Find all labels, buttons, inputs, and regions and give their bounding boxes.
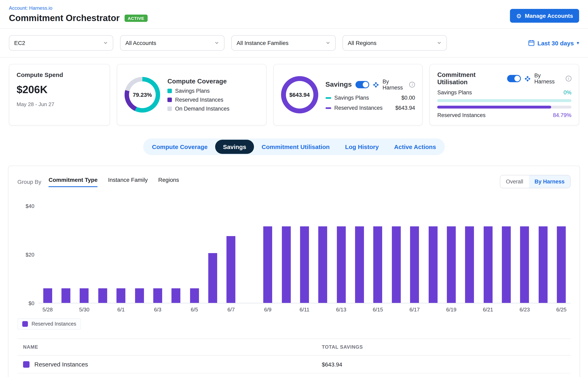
bar-6-9[interactable] [263, 226, 272, 303]
service-filter-select[interactable]: EC2 [9, 35, 113, 51]
chevron-down-icon [103, 40, 108, 45]
accounts-filter-value: All Accounts [125, 40, 156, 46]
group-tab-regions[interactable]: Regions [158, 176, 179, 187]
instance-families-filter-value: All Instance Families [237, 40, 288, 46]
calendar-icon [528, 40, 535, 46]
instance-families-filter-select[interactable]: All Instance Families [231, 35, 336, 51]
chevron-down-icon [326, 40, 330, 45]
x-axis-label [534, 306, 552, 313]
coverage-legend-item: Savings Plans [167, 88, 230, 94]
bar-slot [204, 206, 222, 303]
status-badge: ACTIVE [124, 15, 148, 22]
utilisation-by-harness-toggle[interactable] [507, 75, 521, 82]
x-axis-label: 6/23 [516, 306, 534, 313]
bar-6-22[interactable] [502, 226, 511, 303]
utilisation-label: Savings Plans [437, 90, 472, 95]
section-tabs-row: Compute CoverageSavingsCommitment Utilis… [0, 139, 588, 155]
legend-dash [325, 97, 331, 99]
bar-6-4[interactable] [172, 288, 181, 303]
savings-card: $643.94 Savings By Harness i Savings Pla… [273, 64, 422, 126]
harness-logo-icon [373, 82, 379, 88]
bar-5-30[interactable] [80, 288, 89, 303]
bar-6-13[interactable] [337, 226, 345, 303]
savings-head: Savings By Harness i [325, 79, 415, 91]
group-by-tabs: Commitment TypeInstance FamilyRegions [48, 176, 179, 187]
coverage-donut: 79.23% [124, 77, 160, 113]
utilisation-head: Commitment Utilisation By Harness i [437, 71, 571, 86]
savings-by-harness-toggle[interactable] [355, 81, 369, 88]
bar-6-25[interactable] [557, 226, 566, 303]
bar-6-14[interactable] [355, 226, 364, 303]
date-range-select[interactable]: Last 30 days ▾ [528, 39, 579, 46]
utilisation-bar [437, 99, 571, 102]
x-axis-label [277, 306, 295, 313]
table-cell-total-savings: $643.94 [316, 355, 571, 373]
bar-5-28[interactable] [43, 288, 52, 303]
info-icon[interactable]: i [566, 76, 571, 81]
bar-5-31[interactable] [98, 288, 107, 303]
bar-5-29[interactable] [61, 288, 70, 303]
savings-table: NAMETOTAL SAVINGS Reserved Instances$643… [17, 339, 571, 373]
accounts-filter-select[interactable]: All Accounts [120, 35, 224, 51]
panel-head: Group By Commitment TypeInstance FamilyR… [17, 175, 571, 188]
bar-slot [497, 206, 516, 303]
x-axis-label: 6/9 [259, 306, 277, 313]
compute-spend-title: Compute Spend [17, 71, 102, 78]
table-header-total-savings: TOTAL SAVINGS [316, 339, 571, 355]
table-header-row: NAMETOTAL SAVINGS [17, 339, 571, 355]
bar-6-1[interactable] [116, 288, 125, 303]
bar-6-7[interactable] [227, 236, 235, 303]
bar-6-10[interactable] [282, 226, 290, 303]
account-link[interactable]: Account: Harness.io [9, 5, 52, 11]
bar-6-17[interactable] [410, 226, 419, 303]
bar-6-6[interactable] [208, 253, 217, 303]
y-axis-tick: $0 [29, 300, 34, 306]
bar-6-23[interactable] [520, 226, 529, 303]
bar-6-12[interactable] [319, 226, 327, 303]
compute-spend-value: $206K [17, 83, 102, 96]
bar-6-11[interactable] [300, 226, 309, 303]
info-icon[interactable]: i [410, 82, 415, 87]
group-tab-commitment-type[interactable]: Commitment Type [48, 176, 98, 187]
service-filter-value: EC2 [14, 40, 25, 46]
bar-slot [57, 206, 75, 303]
savings-row-value: $0.00 [401, 95, 415, 101]
chart-legend-item[interactable]: Reserved Instances [17, 318, 81, 330]
x-axis-label: 6/3 [149, 306, 167, 313]
toggle-knob [514, 76, 520, 81]
bar-slot [479, 206, 497, 303]
tab-compute-coverage[interactable]: Compute Coverage [144, 140, 215, 154]
bar-slot [314, 206, 332, 303]
bar-6-3[interactable] [153, 288, 162, 303]
group-tab-instance-family[interactable]: Instance Family [108, 176, 148, 187]
bar-6-21[interactable] [483, 226, 492, 303]
bar-6-20[interactable] [465, 226, 474, 303]
tab-savings[interactable]: Savings [215, 140, 254, 154]
compute-spend-card: Compute Spend $206K May 28 - Jun 27 [9, 64, 110, 126]
utilisation-bar-fill [437, 106, 551, 108]
table-row[interactable]: Reserved Instances$643.94 [17, 355, 571, 373]
bar-6-5[interactable] [190, 288, 199, 303]
x-axis-label: 6/19 [442, 306, 461, 313]
tab-commitment-utilisation[interactable]: Commitment Utilisation [254, 140, 337, 154]
bar-6-2[interactable] [135, 288, 144, 303]
bar-6-19[interactable] [447, 226, 456, 303]
bar-6-18[interactable] [428, 226, 437, 303]
regions-filter-select[interactable]: All Regions [343, 35, 447, 51]
bar-slot [222, 206, 240, 303]
date-range-value: Last 30 days [537, 39, 574, 46]
view-option-by-harness[interactable]: By Harness [529, 175, 570, 188]
bar-6-15[interactable] [374, 226, 382, 303]
manage-accounts-button[interactable]: ⚙ Manage Accounts [510, 9, 579, 23]
manage-accounts-label: Manage Accounts [525, 12, 573, 19]
header-left: Account: Harness.io Commitment Orchestra… [9, 4, 148, 24]
chart-legend-label: Reserved Instances [32, 321, 76, 327]
x-axis-label: 6/21 [479, 306, 497, 313]
view-option-overall[interactable]: Overall [500, 175, 529, 188]
tab-log-history[interactable]: Log History [337, 140, 386, 154]
bar-6-16[interactable] [392, 226, 401, 303]
utilisation-body: Savings Plans0%Reserved Instances84.79% [437, 90, 571, 118]
utilisation-value: 84.79% [553, 112, 571, 118]
bar-6-24[interactable] [539, 226, 548, 303]
tab-active-actions[interactable]: Active Actions [386, 140, 444, 154]
